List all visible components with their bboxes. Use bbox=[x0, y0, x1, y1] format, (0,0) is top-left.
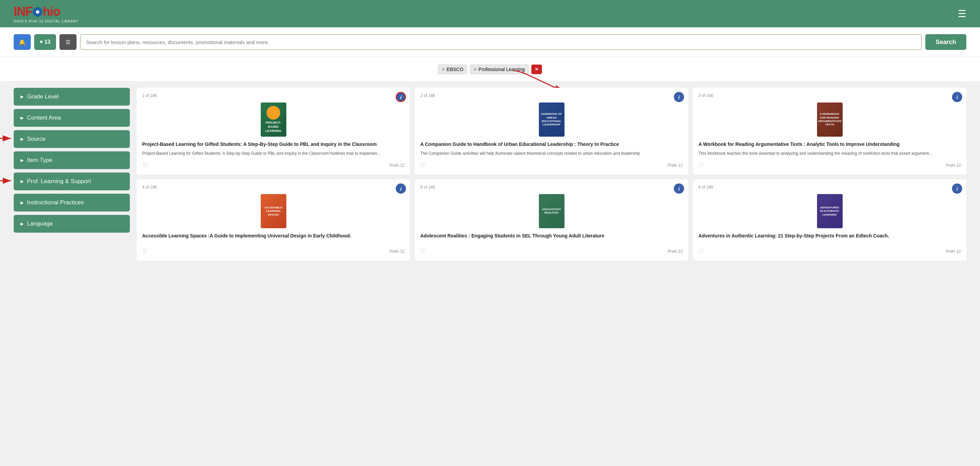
card-count-6: 6 of 186 bbox=[698, 185, 961, 189]
book-cover-1: PROJECT-BASED LEARNING bbox=[142, 101, 404, 138]
book-image-2: HANDBOOK OF URBAN EDUCATIONAL LEADERSHIP bbox=[539, 102, 565, 137]
card-footer-4: ♡ PreK-12 bbox=[142, 245, 404, 255]
book-cover-4: ACCESSIBLE LEARNING SPACES bbox=[142, 192, 404, 230]
chevron-right-icon: ▶ bbox=[21, 158, 24, 162]
logo-circle-icon bbox=[33, 7, 42, 17]
card-title-1: Project-Based Learning for Gifted Studen… bbox=[142, 141, 404, 148]
sidebar-prof-learning-wrapper: ▶ Prof. Learning & Support bbox=[14, 173, 130, 190]
sidebar-item-label-prof-learning: Prof. Learning & Support bbox=[27, 178, 91, 185]
grade-badge-4: PreK-12 bbox=[390, 249, 404, 254]
book-cover-5: ADOLESCENT REALITIES bbox=[420, 192, 683, 230]
filter-tag-x-ebsco: × bbox=[442, 67, 445, 72]
book-image-1: PROJECT-BASED LEARNING bbox=[261, 102, 286, 137]
card-title-2: A Companion Guide to Handbook of Urban E… bbox=[420, 141, 683, 148]
search-toolbar: 🔔 ♥ 13 ☰ Search bbox=[0, 27, 980, 57]
main-layout: ▶ Grade Level ▶ Content Area ▶ bbox=[0, 81, 980, 267]
book-cover-6: ADVENTURES IN AUTHENTIC LEARNING bbox=[698, 192, 961, 230]
result-card-6: 6 of 186 i ADVENTURES IN AUTHENTIC LEARN… bbox=[693, 179, 966, 261]
card-footer-3: ♡ PreK-12 bbox=[698, 159, 961, 169]
prof-learning-arrow-annotation bbox=[0, 176, 14, 187]
results-grid: 1 of 186 i PROJECT-BASED LEARNING Projec… bbox=[137, 88, 966, 261]
grade-badge-1: PreK-12 bbox=[390, 163, 404, 168]
info-button-3[interactable]: i bbox=[952, 92, 962, 102]
sidebar-item-instructional-practices[interactable]: ▶ Instructional Practices bbox=[14, 194, 130, 212]
notifications-button[interactable]: 🔔 bbox=[14, 34, 31, 50]
chevron-right-icon: ▶ bbox=[21, 116, 24, 120]
sidebar-item-label-source: Source bbox=[27, 136, 45, 143]
favorite-button-2[interactable]: ♡ bbox=[420, 162, 426, 169]
logo: INFhio OHIO'S PreK-12 DIGITAL LIBRARY bbox=[14, 5, 79, 23]
card-footer-2: ♡ PreK-12 bbox=[420, 159, 683, 169]
grade-badge-6: PreK-12 bbox=[946, 249, 961, 254]
sidebar-item-label-language: Language bbox=[27, 220, 53, 227]
filter-clear-all-button[interactable]: × bbox=[531, 65, 542, 74]
card-desc-1: Project-Based Learning for Gifted Studen… bbox=[142, 151, 404, 156]
list-view-button[interactable]: ☰ bbox=[59, 34, 76, 50]
card-footer-1: ♡ PreK-12 bbox=[142, 159, 404, 169]
sidebar-item-source[interactable]: ▶ Source bbox=[14, 130, 130, 148]
filter-tag-label-pl: Professional Learning bbox=[478, 67, 525, 72]
chevron-right-icon: ▶ bbox=[21, 179, 24, 184]
card-count-4: 4 of 186 bbox=[142, 185, 404, 189]
source-arrow-annotation bbox=[0, 133, 14, 145]
book-cover-3: A WORKBOOK FOR READING ARGUMENTATIVE TEX… bbox=[698, 101, 961, 138]
card-footer-6: ♡ PreK-12 bbox=[698, 245, 961, 255]
sidebar-item-prof-learning[interactable]: ▶ Prof. Learning & Support bbox=[14, 173, 130, 190]
result-card-4: 4 of 186 i ACCESSIBLE LEARNING SPACES Ac… bbox=[137, 179, 410, 261]
grade-badge-5: PreK-12 bbox=[668, 249, 683, 254]
card-desc-2: The Companion Guide activities will help… bbox=[420, 151, 683, 156]
card-title-3: A Workbook for Reading Argumentative Tex… bbox=[698, 141, 961, 148]
search-button[interactable]: Search bbox=[925, 34, 966, 50]
filter-tag-professional-learning[interactable]: × Professional Learning bbox=[470, 65, 528, 74]
search-input[interactable] bbox=[80, 34, 922, 50]
book-image-4: ACCESSIBLE LEARNING SPACES bbox=[261, 194, 286, 228]
grade-badge-3: PreK-12 bbox=[946, 163, 961, 168]
logo-text: INFhio bbox=[14, 5, 79, 19]
card-count-5: 5 of 186 bbox=[420, 185, 683, 189]
sidebar: ▶ Grade Level ▶ Content Area ▶ bbox=[14, 88, 130, 261]
card-count-3: 3 of 186 bbox=[698, 93, 961, 98]
card-title-5: Adolescent Realities : Engaging Students… bbox=[420, 233, 683, 240]
book-cover-2: HANDBOOK OF URBAN EDUCATIONAL LEADERSHIP bbox=[420, 101, 683, 138]
sidebar-item-label-item-type: Item Type bbox=[27, 157, 52, 164]
favorite-button-6[interactable]: ♡ bbox=[698, 248, 704, 255]
card-desc-3: This Workbook teaches the tools essentia… bbox=[698, 151, 961, 156]
card-count-1: 1 of 186 bbox=[142, 93, 404, 98]
favorite-button-4[interactable]: ♡ bbox=[142, 248, 148, 255]
hamburger-menu-button[interactable]: ☰ bbox=[958, 8, 966, 19]
card-footer-5: ♡ PreK-12 bbox=[420, 245, 683, 255]
result-card-1: 1 of 186 i PROJECT-BASED LEARNING Projec… bbox=[137, 88, 410, 175]
sidebar-item-item-type[interactable]: ▶ Item Type bbox=[14, 151, 130, 169]
favorite-button-5[interactable]: ♡ bbox=[420, 248, 426, 255]
result-card-5: 5 of 186 i ADOLESCENT REALITIES Adolesce… bbox=[415, 179, 688, 261]
book-image-6: ADVENTURES IN AUTHENTIC LEARNING bbox=[817, 194, 843, 228]
logo-subtitle: OHIO'S PreK-12 DIGITAL LIBRARY bbox=[14, 19, 79, 23]
filter-tag-ebsco[interactable]: × EBSCO bbox=[438, 65, 467, 74]
result-card-2: 2 of 186 i HANDBOOK OF URBAN EDUCATIONAL… bbox=[415, 88, 688, 175]
book-image-5: ADOLESCENT REALITIES bbox=[539, 194, 565, 228]
info-button-2[interactable]: i bbox=[674, 92, 684, 102]
sidebar-item-content-area[interactable]: ▶ Content Area bbox=[14, 109, 130, 127]
filter-tag-x-pl: × bbox=[474, 67, 476, 72]
sidebar-item-grade-level[interactable]: ▶ Grade Level bbox=[14, 88, 130, 106]
filter-area: × EBSCO × Professional Learning × bbox=[0, 57, 980, 81]
favorites-button[interactable]: ♥ 13 bbox=[34, 34, 56, 50]
filter-tags-container: × EBSCO × Professional Learning × bbox=[0, 60, 980, 74]
sidebar-item-label-grade-level: Grade Level bbox=[27, 93, 59, 100]
chevron-right-icon: ▶ bbox=[21, 137, 24, 142]
grade-badge-2: PreK-12 bbox=[668, 163, 683, 168]
sidebar-item-label-content-area: Content Area bbox=[27, 115, 61, 121]
chevron-right-icon: ▶ bbox=[21, 94, 24, 99]
sidebar-item-label-instructional-practices: Instructional Practices bbox=[27, 199, 84, 206]
sidebar-source-wrapper: ▶ Source bbox=[14, 130, 130, 148]
favorite-button-1[interactable]: ♡ bbox=[142, 162, 148, 169]
info-button-1[interactable]: i bbox=[396, 92, 406, 102]
filter-tag-label-ebsco: EBSCO bbox=[447, 67, 463, 72]
book-image-3: A WORKBOOK FOR READING ARGUMENTATIVE TEX… bbox=[817, 102, 843, 137]
site-header: INFhio OHIO'S PreK-12 DIGITAL LIBRARY ☰ bbox=[0, 0, 980, 27]
chevron-right-icon: ▶ bbox=[21, 221, 24, 226]
favorite-button-3[interactable]: ♡ bbox=[698, 162, 704, 169]
result-card-3: 3 of 186 i A WORKBOOK FOR READING ARGUME… bbox=[693, 88, 966, 175]
sidebar-item-language[interactable]: ▶ Language bbox=[14, 215, 130, 233]
card-count-2: 2 of 186 bbox=[420, 93, 683, 98]
